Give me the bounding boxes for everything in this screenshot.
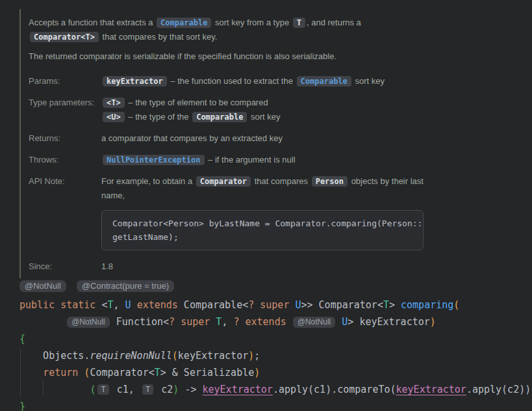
doc-link-chip[interactable]: Comparable (297, 76, 351, 86)
text-token: Objects. (19, 350, 90, 362)
type-parameter-t: T (107, 299, 113, 311)
indent-guide (43, 380, 44, 395)
type-parameter-u: U (342, 316, 348, 328)
doc-link-chip[interactable]: NullPointerException (103, 155, 205, 165)
code-line-signature[interactable]: public static <T, U extends Comparable<?… (19, 297, 532, 313)
api-note-value: For example, to obtain a Comparator that… (101, 174, 434, 203)
text-token: -> (179, 384, 202, 395)
code-line-requirenonnull[interactable]: Objects.requireNonNull(keyExtractor); (19, 347, 532, 364)
text-token: – the type of the (126, 112, 191, 122)
code-line-lambda[interactable]: (T c1, T c2) -> keyExtractor.apply(c1).c… (19, 381, 532, 398)
text-token: > (389, 299, 401, 311)
text-token (19, 384, 90, 395)
annotation-chip[interactable]: @NotNull (293, 317, 336, 328)
inline-code-chip: Comparator<T> (30, 32, 99, 42)
code-line-parameter[interactable]: @NotNull Function<? super T, ? extends @… (19, 313, 532, 330)
throws-value: NullPointerException – if the argument i… (101, 153, 296, 167)
text-token: – the type of element to be compared (126, 98, 268, 107)
text-token: , (114, 299, 125, 311)
api-note-code-example: Comparator<Person> byLastName = Comparat… (101, 210, 424, 250)
paren-token: ( (453, 299, 459, 311)
text-token: The returned comparator is serializable … (29, 51, 336, 61)
inline-code-chip: keyExtractor (103, 76, 167, 86)
inline-code-chip: Person (312, 176, 348, 187)
text-token (78, 367, 84, 378)
type-parameter-u: U (295, 299, 301, 311)
text-token: Accepts a function that extracts a (29, 18, 155, 27)
text-token: sort key (353, 76, 385, 86)
keyword-token: extends (137, 299, 178, 311)
text-token: >> Comparator< (301, 299, 383, 311)
type-parameter-u: U (125, 299, 131, 311)
doc-sections: Params: keyExtractor – the function used… (29, 74, 513, 274)
text-token (19, 316, 66, 328)
code-line-return[interactable]: return (Comparator<T> & Serializable) (19, 364, 532, 381)
text-token: , and returns a (307, 18, 361, 27)
doc-serializable-paragraph: The returned comparator is serializable … (29, 49, 483, 64)
paren-token: ( (172, 350, 178, 362)
text-token: .apply(c2)); (466, 384, 532, 395)
inline-code-chip: T (293, 18, 305, 28)
doc-row-returns: Returns: a comparator that compares by a… (29, 131, 513, 146)
text-token: a comparator that compares by an extract… (101, 133, 283, 143)
doc-row-throws: Throws: NullPointerException – if the ar… (29, 153, 513, 167)
code-line-open-brace[interactable]: { (19, 330, 532, 347)
text-token: keyExtractor (178, 350, 248, 362)
since-label: Since: (29, 259, 101, 274)
annotation-chip[interactable]: @NotNull (67, 317, 110, 328)
doc-row-api-note: API Note: For example, to obtain a Compa… (29, 174, 513, 203)
keyword-token: public static (19, 299, 101, 311)
brace-token: ( (90, 384, 95, 395)
text-token: ; (254, 350, 260, 362)
captured-parameter[interactable]: keyExtractor (203, 384, 273, 395)
text-token: Function< (110, 316, 169, 328)
doc-row-params: Params: keyExtractor – the function used… (29, 74, 513, 88)
inline-code-chip: <T> (103, 98, 125, 108)
keyword-token: ? super (169, 316, 210, 328)
type-hint-chip: T (97, 384, 108, 395)
text-token: – the function used to extract the (168, 76, 296, 86)
doc-row-since: Since: 1.8 (29, 259, 513, 274)
type-parameters-value: <T> – the type of element to be compared… (101, 96, 281, 124)
text-token: – if the argument is null (206, 155, 296, 165)
text-token: sort key from a type (212, 18, 291, 27)
type-parameter-t: T (155, 367, 160, 378)
type-parameters-label: Type parameters: (29, 96, 101, 124)
method-name: comparing (401, 299, 453, 311)
text-token: .apply(c1).compareTo( (273, 384, 396, 395)
notnull-annotation-chip[interactable]: @NotNull (19, 280, 66, 292)
api-note-label: API Note: (29, 174, 101, 203)
code-line-close-brace[interactable]: } (19, 398, 532, 411)
javadoc-panel: Accepts a function that extracts a Compa… (19, 9, 513, 278)
editor-code-area[interactable]: @NotNull @Contract(pure = true) public s… (19, 280, 532, 411)
static-method-call: requireNonNull (90, 350, 171, 362)
doc-link-chip[interactable]: Comparable (157, 18, 211, 28)
returns-label: Returns: (29, 131, 101, 146)
paren-token: ) (248, 350, 254, 362)
text-token: c1, (111, 384, 140, 395)
code-example-line: getLastName); (112, 230, 412, 244)
paren-token: ) (254, 367, 260, 378)
keyword-token: return (43, 367, 78, 378)
type-parameter-u: <U> – the type of the Comparable sort ke… (101, 110, 281, 124)
captured-parameter[interactable]: keyExtractor (396, 384, 466, 395)
indent-guide (20, 349, 21, 397)
text-token: that compares (252, 176, 310, 186)
text-token: > keyExtractor (348, 316, 429, 328)
text-token: Comparable< (178, 299, 248, 311)
code-example-line: Comparator<Person> byLastName = Comparat… (112, 217, 412, 230)
text-token: Comparator< (90, 367, 154, 378)
params-value: keyExtractor – the function used to extr… (101, 74, 385, 88)
text-token (336, 316, 342, 328)
text-token (19, 367, 43, 378)
contract-annotation-chip[interactable]: @Contract(pure = true) (77, 280, 174, 292)
text-token: , (222, 316, 233, 328)
type-parameter-t: <T> – the type of element to be compared (101, 96, 281, 110)
type-parameter-t: T (383, 299, 389, 311)
inferred-annotations-row: @NotNull @Contract(pure = true) (19, 280, 532, 293)
type-hint-chip: T (142, 384, 153, 395)
text-token: For example, to obtain a (101, 176, 195, 186)
brace-token: } (19, 401, 25, 411)
text-token: sort key (248, 112, 280, 122)
params-label: Params: (29, 74, 101, 88)
